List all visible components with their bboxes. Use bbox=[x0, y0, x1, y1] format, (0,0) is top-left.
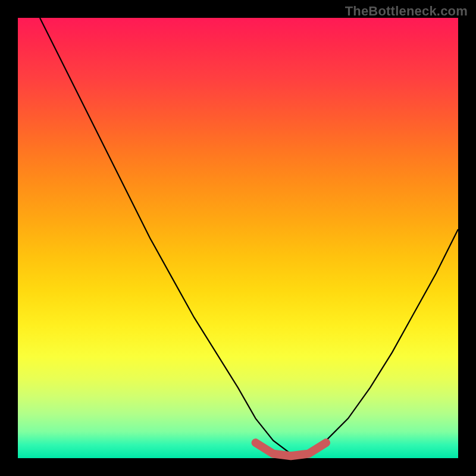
trough-highlight bbox=[256, 443, 326, 456]
chart-plot-area bbox=[18, 18, 458, 458]
watermark-text: TheBottleneck.com bbox=[345, 4, 468, 19]
chart-svg bbox=[18, 18, 458, 458]
bottleneck-curve bbox=[40, 18, 458, 454]
